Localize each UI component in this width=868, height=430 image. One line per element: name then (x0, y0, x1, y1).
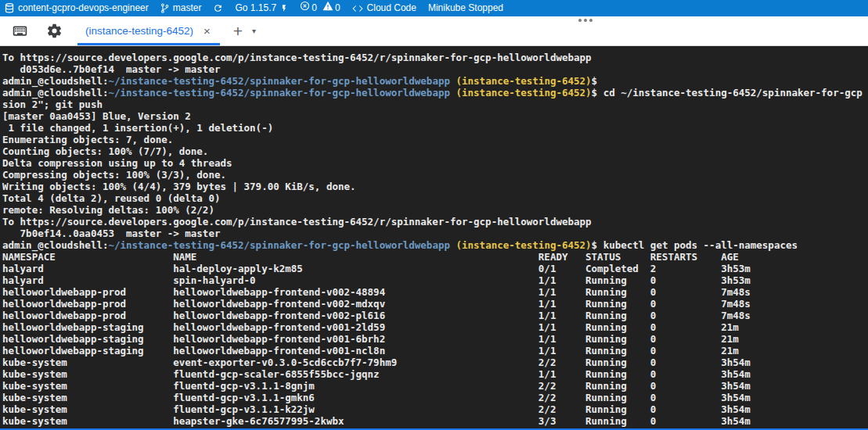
terminal-line: helloworldwebapp-prod helloworldwebapp-f… (2, 286, 868, 298)
statusbar-project[interactable]: content-gcpro-devops-engineer (5, 0, 149, 16)
refresh-icon (213, 3, 223, 13)
error-circle-icon (300, 0, 310, 16)
statusbar-go-label: Go 1.15.7 (235, 0, 276, 16)
terminal-line: kube-system event-exporter-v0.3.0-5cd6cc… (2, 357, 868, 368)
terminal-line: halyard spin-halyard-0 1/1 Running 0 3h5… (2, 274, 868, 286)
tab-close-icon[interactable]: × (202, 24, 212, 38)
terminal-line: Writing objects: 100% (4/4), 379 bytes |… (2, 181, 868, 192)
terminal-line: helloworldwebapp-prod helloworldwebapp-f… (2, 298, 868, 310)
database-stack-icon (5, 3, 14, 13)
terminal-line: Compressing objects: 100% (3/3), done. (2, 169, 868, 181)
terminal-line: Total 4 (delta 2), reused 0 (delta 0) (2, 192, 868, 204)
lightning-bolt-icon (280, 3, 288, 13)
terminal-line: 7b0ef14..0aa0453 master -> master (2, 228, 868, 239)
terminal-line: kube-system fluentd-gcp-v3.1.1-gmkn6 2/2… (2, 392, 868, 403)
terminal-line: admin_@cloudshell:~/instance-testing-645… (2, 239, 868, 251)
terminal-tab-bar: (instance-testing-6452) × + ▾ (0, 16, 868, 46)
terminal-line: admin_@cloudshell:~/instance-testing-645… (2, 75, 868, 87)
statusbar-branch[interactable]: master (160, 0, 202, 16)
statusbar-project-label: content-gcpro-devops-engineer (18, 0, 149, 16)
terminal-line: helloworldwebapp-staging helloworldwebap… (2, 333, 868, 345)
warning-triangle-icon (322, 0, 333, 16)
statusbar-go-version[interactable]: Go 1.15.7 (235, 0, 288, 16)
statusbar-minikube[interactable]: Minikube Stopped (428, 0, 503, 16)
terminal-line: d053d6e..7b0ef14 master -> master (2, 63, 868, 75)
terminal-line: 1 file changed, 1 insertion(+), 1 deleti… (2, 122, 868, 134)
tab-label: (instance-testing-6452) (85, 25, 193, 37)
terminal-line: helloworldwebapp-staging helloworldwebap… (2, 345, 868, 357)
terminal-line: kube-system fluentd-gcp-scaler-6855f55bc… (2, 368, 868, 380)
tab-menu-caret-icon[interactable]: ▾ (252, 27, 256, 35)
terminal-line: To https://source.developers.google.com/… (2, 216, 868, 228)
terminal-line: kube-system heapster-gke-6c76577995-2kwb… (2, 415, 868, 427)
statusbar-cloud-code-label: Cloud Code (367, 0, 416, 16)
git-branch-icon (160, 3, 169, 13)
terminal-line: kube-system fluentd-gcp-v3.1.1-8gnjm 2/2… (2, 380, 868, 392)
statusbar-problems[interactable]: 0 0 (300, 0, 340, 16)
terminal-line: helloworldwebapp-prod helloworldwebapp-f… (2, 310, 868, 321)
new-tab-button[interactable]: + (233, 22, 243, 41)
statusbar-sync[interactable] (213, 0, 223, 16)
terminal-line: To https://source.developers.google.com/… (2, 52, 868, 63)
terminal-line: halyard hal-deploy-apply-k2m85 0/1 Compl… (2, 263, 868, 274)
terminal-line: NAMESPACE NAME READY STATUS RESTARTS AGE (2, 251, 868, 263)
terminal-line: remote: Resolving deltas: 100% (2/2) (2, 204, 868, 216)
statusbar: content-gcpro-devops-engineer master Go … (0, 0, 868, 16)
code-brackets-icon (352, 4, 363, 13)
terminal-line: Delta compression using up to 4 threads (2, 157, 868, 169)
statusbar-branch-label: master (173, 0, 202, 16)
warning-count: 0 (335, 0, 340, 16)
terminal-line: admin_@cloudshell:~/instance-testing-645… (2, 87, 868, 99)
statusbar-cloud-code[interactable]: Cloud Code (352, 0, 416, 16)
terminal-line: kube-system fluentd-gcp-v3.1.1-k22jw 2/2… (2, 403, 868, 415)
terminal-line: sion 2"; git push (2, 99, 868, 110)
statusbar-minikube-label: Minikube Stopped (428, 0, 503, 16)
tab-instance-testing-6452[interactable]: (instance-testing-6452) × (77, 16, 220, 45)
terminal[interactable]: To https://source.developers.google.com/… (0, 47, 868, 428)
keyboard-icon[interactable] (12, 23, 28, 39)
error-count: 0 (312, 0, 317, 16)
terminal-line: Enumerating objects: 7, done. (2, 134, 868, 145)
terminal-line: helloworldwebapp-staging helloworldwebap… (2, 321, 868, 333)
panel-more-handle[interactable] (578, 19, 592, 22)
terminal-line: [master 0aa0453] Blue, Version 2 (2, 110, 868, 122)
terminal-line: Counting objects: 100% (7/7), done. (2, 145, 868, 157)
gear-icon[interactable] (46, 23, 63, 39)
